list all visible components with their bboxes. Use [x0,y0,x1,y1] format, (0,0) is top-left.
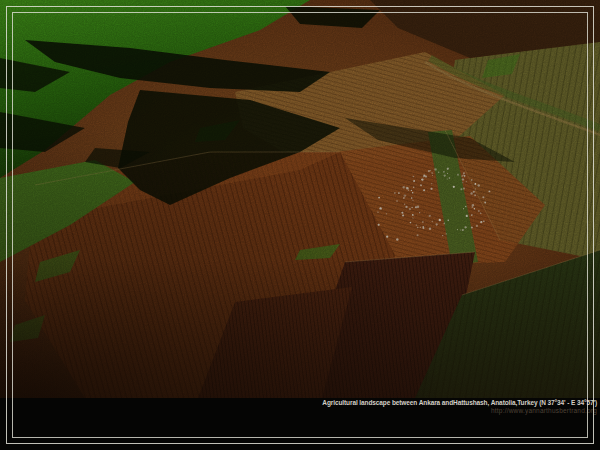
wallpaper-stage: Agricultural landscape between Ankara an… [0,0,600,450]
photo-caption-url: http://www.yannarthusbertrand.org [491,407,597,414]
aerial-photo [0,0,600,398]
photo-vignette-corner [0,0,600,398]
photo-caption-title: Agricultural landscape between Ankara an… [322,399,597,406]
